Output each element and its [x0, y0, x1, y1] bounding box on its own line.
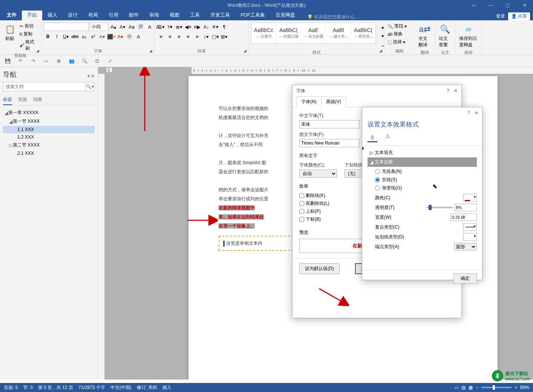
view-read-icon[interactable]: ▭: [454, 385, 458, 390]
cap-type-select[interactable]: 圆形: [454, 243, 477, 250]
bullets-icon[interactable]: ☰▾: [157, 23, 165, 31]
status-section[interactable]: 节: 3: [23, 384, 32, 391]
zoom-level[interactable]: 80%: [520, 385, 529, 390]
no-line-radio[interactable]: 无线条(N): [375, 168, 477, 175]
font-dialog-close-icon[interactable]: ✕: [454, 88, 458, 93]
shading-icon[interactable]: ▢▾: [211, 32, 219, 41]
qat-i2-icon[interactable]: ⊞: [55, 57, 63, 65]
sort-icon[interactable]: A↓: [202, 23, 210, 31]
style-item[interactable]: AaE→ 论文标题: [301, 23, 326, 43]
tab-developer[interactable]: 开发工具: [205, 10, 235, 20]
qat-i5-icon[interactable]: ⊡: [93, 57, 101, 65]
zoom-in-icon[interactable]: +: [515, 385, 517, 390]
transparency-input[interactable]: [454, 204, 477, 211]
font-color-icon[interactable]: A▾: [116, 32, 124, 41]
transparency-slider[interactable]: [426, 207, 453, 208]
text-effects-tab-icon[interactable]: A: [383, 133, 392, 142]
close-icon[interactable]: ✕: [516, 0, 533, 11]
nav-tab-results[interactable]: 结果: [33, 95, 42, 105]
status-insert[interactable]: 插入: [162, 384, 172, 391]
select-button[interactable]: ⬚ 选择▾: [387, 38, 407, 46]
align-left-icon[interactable]: ≡: [157, 32, 165, 41]
underline-icon[interactable]: U▾: [62, 32, 70, 41]
nav-tab-pages[interactable]: 页面: [18, 95, 27, 105]
paragraph-launcher-icon[interactable]: ◢: [242, 49, 248, 54]
cn-font-input[interactable]: [299, 120, 360, 128]
indent-inc-icon[interactable]: ≡▶: [193, 23, 201, 31]
nav-close-icon[interactable]: ▾ ✕: [87, 73, 95, 79]
vertical-ruler[interactable]: [98, 74, 105, 380]
login-link[interactable]: 登录: [496, 13, 505, 20]
styles-launcher-icon[interactable]: ◢: [378, 49, 383, 54]
shrink-font-icon[interactable]: A▾: [118, 23, 127, 31]
section-text-outline[interactable]: ◢ 文本边框: [368, 157, 477, 167]
tab-design[interactable]: 设计: [63, 10, 83, 20]
qat-i4-icon[interactable]: 🔍: [81, 57, 88, 65]
dash-type-select[interactable]: [463, 233, 477, 241]
ribbon-options-icon[interactable]: ▭: [465, 0, 482, 11]
horizontal-ruler[interactable]: L 3 · | · 2 · | · 1 · | · · · | · 1 · | …: [105, 67, 533, 74]
nav-search-input[interactable]: [3, 82, 85, 91]
compound-type-select[interactable]: [463, 223, 477, 231]
text-effects-icon[interactable]: A▾: [98, 32, 106, 41]
tree-item[interactable]: ◢第一章 XXXXX: [3, 108, 95, 117]
status-page[interactable]: 页面: 5: [4, 384, 18, 391]
change-case-icon[interactable]: Aa: [127, 23, 136, 31]
minimize-icon[interactable]: —: [482, 0, 499, 11]
maximize-icon[interactable]: ▢: [499, 0, 516, 11]
zoom-out-icon[interactable]: −: [476, 385, 478, 390]
show-marks-icon[interactable]: ¶: [220, 23, 228, 31]
tab-references[interactable]: 引用: [103, 10, 124, 20]
effect-close-icon[interactable]: ✕: [475, 110, 478, 116]
subscript-icon[interactable]: x₂: [80, 32, 88, 41]
justify-icon[interactable]: ≡: [184, 32, 192, 41]
view-print-icon[interactable]: ▤: [461, 385, 466, 390]
status-track[interactable]: 修订: 关闭: [137, 384, 158, 391]
multilevel-icon[interactable]: ≣▾: [175, 23, 183, 31]
font-tab-advanced[interactable]: 高级(V): [321, 96, 346, 107]
tree-item[interactable]: ◢第一节 XXXX: [3, 117, 95, 126]
tellme-search[interactable]: 💡 告诉我您想要做什么...: [300, 14, 358, 20]
en-font-input[interactable]: [299, 139, 360, 147]
save-baidu-button[interactable]: ∞保存到百度网盘: [458, 23, 479, 49]
text-fill-outline-icon[interactable]: A: [368, 133, 377, 142]
status-words[interactable]: 71/2873 个字: [78, 384, 105, 391]
tab-view[interactable]: 视图: [164, 10, 185, 20]
cjk-layout-icon[interactable]: ✕▾: [211, 23, 219, 31]
strike-icon[interactable]: abc: [71, 32, 79, 41]
align-center-icon[interactable]: ≡: [166, 32, 174, 41]
tree-item[interactable]: 2.1 XXX: [3, 149, 95, 157]
status-lang[interactable]: 中文(中国): [110, 384, 132, 391]
tab-baidu[interactable]: 百度网盘: [270, 10, 300, 20]
width-input[interactable]: [450, 214, 477, 221]
section-text-fill[interactable]: ▷ 文本填充: [368, 148, 477, 157]
nav-search[interactable]: 🔍▾: [3, 82, 95, 91]
find-button[interactable]: 🔍 查找▾: [387, 23, 407, 30]
tree-item[interactable]: 1.2 XXX: [3, 133, 95, 141]
indent-dec-icon[interactable]: ◀≡: [184, 23, 192, 31]
borders-icon[interactable]: ⊞▾: [220, 32, 228, 41]
char-border-icon[interactable]: A: [146, 23, 154, 31]
font-color-select[interactable]: 自动: [299, 169, 337, 178]
status-pageof[interactable]: 第 5 页，共 12 页: [38, 384, 73, 391]
outline-color-picker[interactable]: [463, 194, 477, 201]
clipboard-launcher-icon[interactable]: ◢: [35, 49, 40, 54]
share-button[interactable]: 👤 共享: [508, 12, 530, 20]
align-right-icon[interactable]: ≡: [175, 32, 183, 41]
phonetic-icon[interactable]: 拼: [136, 23, 145, 31]
line-spacing-icon[interactable]: ↕▾: [202, 32, 210, 41]
tab-home[interactable]: 开始: [22, 10, 42, 20]
nav-tab-headings[interactable]: 标题: [3, 95, 12, 105]
bold-icon[interactable]: B: [44, 32, 52, 41]
gradient-line-radio[interactable]: 渐变线(G): [375, 185, 477, 191]
tree-item[interactable]: 1.1 XXX: [3, 126, 95, 133]
solid-line-radio[interactable]: 实线(S): [375, 177, 477, 183]
paper-check-button[interactable]: 🔍论文查重: [437, 23, 453, 49]
translate-button[interactable]: a⇄全文翻译: [417, 23, 432, 49]
numbering-icon[interactable]: ⅟▾: [166, 23, 174, 31]
highlight-icon[interactable]: ⬛▾: [107, 32, 115, 41]
italic-icon[interactable]: I: [53, 32, 61, 41]
tab-insert[interactable]: 插入: [42, 10, 63, 20]
qat-i1-icon[interactable]: ▭: [42, 57, 50, 65]
font-size-select[interactable]: [90, 23, 109, 31]
